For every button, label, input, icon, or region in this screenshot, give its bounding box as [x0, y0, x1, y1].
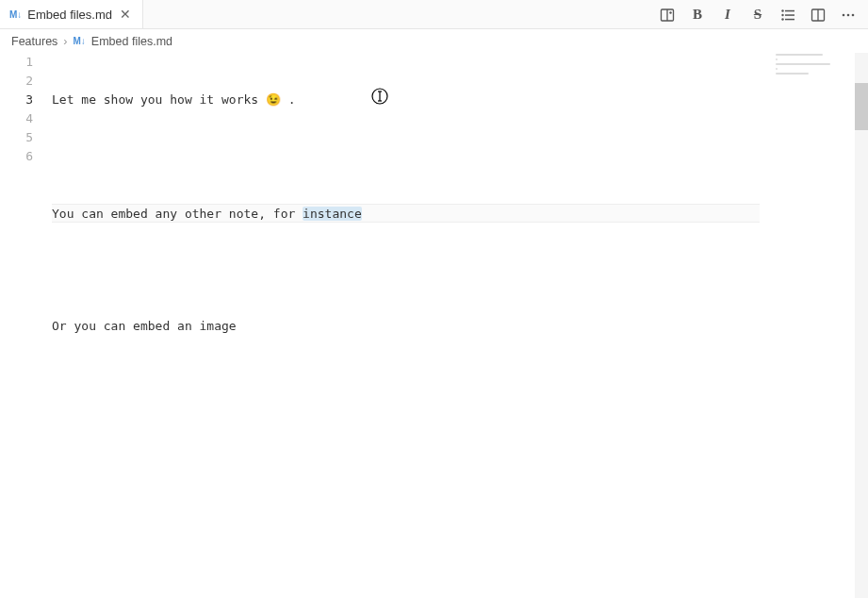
breadcrumb: Features › M↓ Embed files.md	[0, 29, 868, 53]
editor-toolbar: B I S	[659, 0, 868, 29]
bold-icon[interactable]: B	[689, 7, 706, 24]
svg-point-3	[781, 9, 783, 11]
svg-point-11	[843, 13, 845, 16]
minimap[interactable]	[776, 54, 851, 82]
code-line[interactable]: Let me show you how it works 😉 .	[52, 91, 868, 109]
vertical-scrollbar[interactable]	[855, 53, 868, 598]
svg-rect-6	[785, 14, 794, 15]
svg-point-13	[852, 13, 855, 16]
minimap-line	[776, 68, 778, 70]
code-line-current[interactable]: You can embed any other note, for instan…	[52, 204, 760, 223]
split-editor-icon[interactable]	[810, 7, 827, 24]
strikethrough-icon[interactable]: S	[749, 7, 766, 24]
code-line[interactable]	[52, 374, 868, 392]
selected-word[interactable]: instance	[303, 207, 362, 221]
list-icon[interactable]	[779, 7, 796, 24]
markdown-file-icon: M↓	[9, 9, 22, 20]
svg-point-7	[781, 18, 783, 20]
code-line[interactable]	[52, 147, 868, 166]
svg-rect-8	[785, 18, 794, 20]
code-line[interactable]: Or you can embed an image	[52, 317, 868, 336]
minimap-line	[776, 54, 823, 56]
line-number: 2	[0, 72, 33, 91]
scrollbar-thumb[interactable]	[855, 83, 868, 130]
svg-point-2	[669, 11, 671, 13]
breadcrumb-item-folder[interactable]: Features	[11, 35, 57, 48]
chevron-right-icon: ›	[63, 35, 67, 48]
minimap-line	[776, 73, 809, 75]
editor-tab[interactable]: M↓ Embed files.md ✕	[0, 0, 143, 28]
code-editor[interactable]: 1 2 3 4 5 6 Let me show you how it works…	[0, 53, 868, 430]
line-numbers-gutter: 1 2 3 4 5 6	[0, 53, 52, 430]
line-number: 1	[0, 53, 33, 72]
more-actions-icon[interactable]	[840, 7, 857, 24]
svg-point-5	[781, 13, 783, 15]
text-segment: You can embed any other note, for	[52, 207, 303, 221]
editor-content[interactable]: Let me show you how it works 😉 . You can…	[52, 53, 868, 430]
line-number: 3	[0, 91, 33, 109]
code-line[interactable]	[52, 260, 868, 279]
line-number: 5	[0, 128, 33, 147]
close-tab-icon[interactable]: ✕	[118, 7, 133, 22]
line-number: 4	[0, 109, 33, 128]
markdown-file-icon: M↓	[74, 36, 86, 46]
breadcrumb-item-file[interactable]: Embed files.md	[91, 35, 172, 48]
tab-bar: M↓ Embed files.md ✕ B I S	[0, 0, 868, 29]
italic-icon[interactable]: I	[719, 7, 736, 24]
line-number: 6	[0, 147, 33, 166]
preview-toggle-icon[interactable]	[659, 7, 676, 24]
tab-filename: Embed files.md	[27, 8, 112, 22]
svg-point-12	[847, 13, 850, 16]
minimap-line	[776, 58, 778, 60]
minimap-line	[776, 63, 830, 65]
svg-rect-4	[785, 9, 794, 11]
